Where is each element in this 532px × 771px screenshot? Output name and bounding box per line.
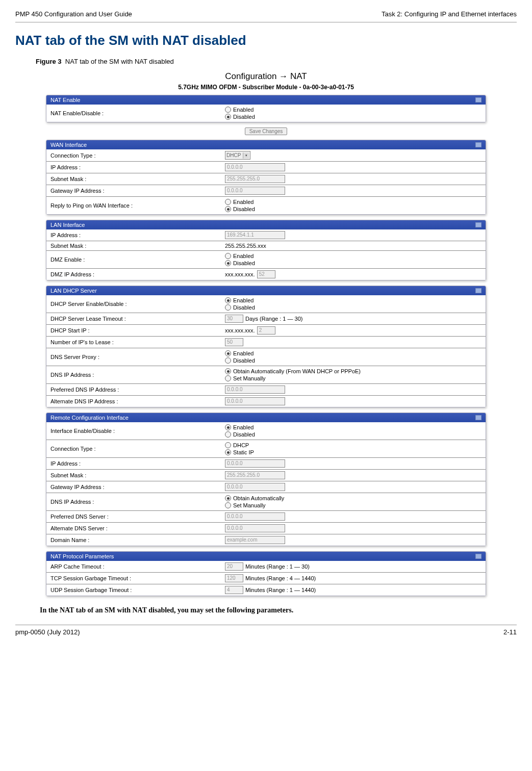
- wan-ping-radio[interactable]: Enabled Disabled: [225, 198, 255, 213]
- dhcp-start-prefix: xxx.xxx.xxx.: [225, 327, 255, 333]
- device-title: 5.7GHz MIMO OFDM - Subscriber Module - 0…: [15, 84, 517, 91]
- dhcp-start-input[interactable]: 2: [257, 326, 275, 335]
- lan-dmz-radio[interactable]: Enabled Disabled: [225, 252, 255, 267]
- wan-ip-input[interactable]: 0.0.0.0: [225, 163, 285, 171]
- np-arp-input[interactable]: 20: [225, 562, 243, 571]
- radio-icon: [225, 449, 231, 455]
- np-tcp-input[interactable]: 120: [225, 574, 243, 582]
- wan-gw-label: Gateway IP Address :: [46, 187, 223, 195]
- page-header: PMP 450 Configuration and User Guide Tas…: [15, 10, 517, 22]
- dhcp-lease-label: DHCP Server Lease Timeout :: [46, 315, 223, 323]
- chevron-down-icon: ▾: [243, 152, 249, 159]
- dhcp-proxy-radio[interactable]: Enabled Disabled: [225, 350, 255, 364]
- save-row: Save Changes: [46, 127, 486, 135]
- np-arp-suffix: Minutes (Range : 1 — 30): [245, 563, 310, 570]
- section-title: NAT tab of the SM with NAT disabled: [15, 33, 517, 48]
- rem-en-radio[interactable]: Enabled Disabled: [225, 424, 255, 438]
- nat-enable-radio[interactable]: Enabled Disabled: [225, 106, 255, 120]
- minimize-icon[interactable]: [475, 415, 482, 420]
- rem-adns-input[interactable]: 0.0.0.0: [225, 524, 285, 532]
- page-footer: pmp-0050 (July 2012) 2-11: [15, 625, 517, 636]
- rem-en-label: Interface Enable/Disable :: [46, 427, 223, 435]
- radio-icon: [225, 368, 231, 374]
- rem-mask-input[interactable]: 255.255.255.0: [225, 471, 285, 479]
- dhcp-adns-label: Alternate DNS IP Address :: [46, 397, 223, 405]
- lan-dmz-label: DMZ Enable :: [46, 255, 223, 264]
- rem-adns-label: Alternate DNS Server :: [46, 524, 223, 532]
- dhcp-en-label: DHCP Server Enable/Disable :: [46, 300, 223, 308]
- panel-title: NAT Enable: [50, 97, 80, 103]
- radio-icon: [225, 502, 231, 508]
- wan-mask-input[interactable]: 255.255.255.0: [225, 175, 285, 183]
- panel-header-nat-enable: NAT Enable: [46, 95, 486, 105]
- np-udp-input[interactable]: 4: [225, 586, 243, 594]
- dhcp-dnsip-label: DNS IP Address :: [46, 371, 223, 379]
- radio-icon: [225, 375, 231, 381]
- radio-icon: [225, 424, 231, 430]
- panel-header-wan: WAN Interface: [46, 140, 486, 149]
- radio-icon: [225, 206, 231, 212]
- panel-title: NAT Protocol Parameters: [50, 553, 114, 559]
- panel-title: LAN Interface: [50, 222, 85, 228]
- np-udp-label: UDP Session Garbage Timeout :: [46, 586, 223, 594]
- panel-header-remote: Remote Configuration Interface: [46, 413, 486, 422]
- save-button[interactable]: Save Changes: [245, 127, 288, 135]
- lan-mask-text: 255.255.255.xxx: [225, 243, 266, 249]
- minimize-icon[interactable]: [475, 97, 482, 102]
- dhcp-num-label: Number of IP's to Lease :: [46, 338, 223, 346]
- panel-title: LAN DHCP Server: [50, 288, 97, 294]
- radio-icon: [225, 304, 231, 311]
- dhcp-proxy-label: DNS Server Proxy :: [46, 353, 223, 361]
- radio-icon: [225, 442, 231, 448]
- minimize-icon[interactable]: [475, 222, 482, 227]
- figure-label: Figure 3: [36, 58, 62, 65]
- minimize-icon[interactable]: [475, 554, 482, 559]
- minimize-icon[interactable]: [475, 142, 482, 147]
- wan-conn-label: Connection Type :: [46, 151, 223, 160]
- rem-dom-input[interactable]: example.com: [225, 536, 285, 544]
- dhcp-num-input[interactable]: 50: [225, 338, 243, 346]
- panel-title: WAN Interface: [50, 142, 87, 148]
- wan-gw-input[interactable]: 0.0.0.0: [225, 187, 285, 195]
- panel-header-dhcp: LAN DHCP Server: [46, 286, 486, 295]
- panel-dhcp: LAN DHCP Server DHCP Server Enable/Disab…: [46, 286, 486, 407]
- lan-ip-label: IP Address :: [46, 231, 223, 239]
- rem-ip-input[interactable]: 0.0.0.0: [225, 459, 285, 468]
- breadcrumb: Configuration → NAT: [15, 71, 517, 82]
- rem-pdns-label: Preferred DNS Server :: [46, 512, 223, 521]
- lan-dmzip-input[interactable]: 52: [257, 270, 275, 278]
- rem-dom-label: Domain Name :: [46, 536, 223, 544]
- np-udp-suffix: Minutes (Range : 1 — 1440): [245, 587, 316, 593]
- np-arp-label: ARP Cache Timeout :: [46, 562, 223, 571]
- wan-ping-label: Reply to Ping on WAN Interface :: [46, 201, 223, 210]
- dhcp-lease-input[interactable]: 30: [225, 315, 243, 323]
- lan-mask-label: Subnet Mask :: [46, 242, 223, 250]
- panel-title: Remote Configuration Interface: [50, 415, 129, 421]
- footer-right: 2-11: [503, 628, 517, 636]
- rem-pdns-input[interactable]: 0.0.0.0: [225, 512, 285, 521]
- dhcp-adns-input[interactable]: 0.0.0.0: [225, 397, 285, 405]
- lan-ip-input[interactable]: 169.254.1.1: [225, 231, 285, 239]
- dhcp-pdns-input[interactable]: 0.0.0.0: [225, 386, 285, 394]
- panel-wan: WAN Interface Connection Type : DHCP▾ IP…: [46, 140, 486, 215]
- rem-conn-radio[interactable]: DHCP Static IP: [225, 442, 254, 456]
- rem-conn-label: Connection Type :: [46, 445, 223, 453]
- dhcp-en-radio[interactable]: Enabled Disabled: [225, 297, 255, 311]
- dhcp-dnsip-radio[interactable]: Obtain Automatically (From WAN DHCP or P…: [225, 368, 361, 382]
- lan-dmzip-label: DMZ IP Address :: [46, 270, 223, 278]
- rem-dns-radio[interactable]: Obtain Automatically Set Manually: [225, 495, 284, 509]
- rem-gw-input[interactable]: 0.0.0.0: [225, 483, 285, 491]
- rem-ip-label: IP Address :: [46, 459, 223, 468]
- body-note: In the NAT tab of an SM with NAT disable…: [40, 606, 517, 614]
- figure-caption-text: NAT tab of the SM with NAT disabled: [65, 58, 174, 65]
- nat-enable-label: NAT Enable/Disable :: [46, 109, 223, 117]
- radio-icon: [225, 297, 231, 303]
- np-tcp-label: TCP Session Garbage Timeout :: [46, 574, 223, 582]
- radio-icon: [225, 260, 231, 266]
- wan-conn-select[interactable]: DHCP▾: [225, 151, 250, 160]
- radio-icon: [225, 107, 231, 113]
- footer-left: pmp-0050 (July 2012): [15, 628, 80, 636]
- minimize-icon[interactable]: [475, 288, 482, 293]
- panel-nat-enable: NAT Enable NAT Enable/Disable : Enabled …: [46, 95, 486, 122]
- panel-natproto: NAT Protocol Parameters ARP Cache Timeou…: [46, 551, 486, 596]
